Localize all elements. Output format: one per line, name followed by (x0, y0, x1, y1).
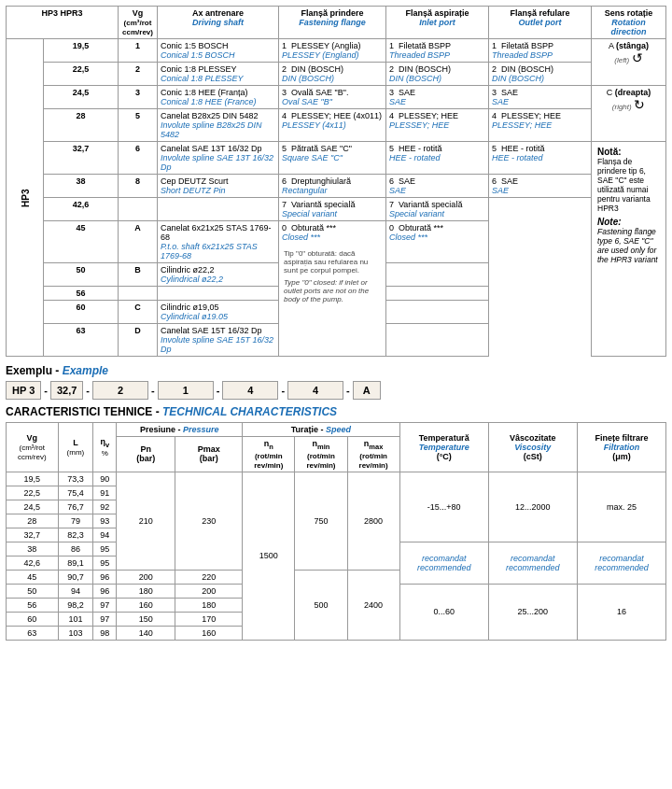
asp-desc-5: 5 HEE - rotităHEE - rotated (386, 142, 489, 175)
c-pn-45: 200 (117, 570, 175, 584)
ax-letter-empty (119, 287, 158, 301)
asp-sub: Inlet port (389, 18, 485, 27)
ax-num-3: 3 (119, 86, 158, 109)
ax-desc-2: Conic 1:8 PLESSEYConical 1:8 PLESSEY (158, 63, 279, 86)
vg-42-6: 42,6 (44, 198, 119, 221)
vg-56: 56 (44, 287, 119, 301)
c-nmax-grp1: 2800 (347, 472, 399, 570)
c-pn-grp1: 210 (117, 472, 175, 570)
ax-label: Ax antrenare (192, 8, 244, 18)
ex-v2: 2 (92, 381, 148, 400)
ax-letter-c: C (119, 301, 158, 324)
c-vg-8: 45 (7, 570, 59, 584)
ax-desc-c: Cilindric ø19,05Cylindrical ø19.05 (158, 301, 279, 324)
c-vg-1: 19,5 (7, 472, 59, 486)
ex-dash-3: - (151, 385, 155, 396)
ref-empty-56 (386, 287, 489, 301)
vg-63: 63 (44, 324, 119, 357)
c-visc-sub2: 25...200 (488, 584, 577, 640)
c-fin-main: max. 25 (577, 472, 665, 542)
char-title-en: TECHNICAL CHARACTERISTICS (162, 405, 337, 418)
c-vg-4: 28 (7, 514, 59, 528)
ref-label: Flanșă refulare (510, 8, 569, 18)
ref-desc-2: 2 DIN (BOSCH)DIN (BOSCH) (489, 63, 592, 86)
char-fin-header: Finețe filtrareFiltration(μm) (577, 423, 665, 472)
sens-header: Sens rotație Rotation direction (592, 7, 666, 39)
ax-header: Ax antrenare Driving shaft (158, 7, 279, 39)
ax-desc-3: Conic 1:8 HEE (Franța)Conical 1:8 HEE (F… (158, 86, 279, 109)
c-vg-9: 50 (7, 584, 59, 598)
c-fin-sub2: 16 (577, 584, 665, 640)
char-title: CARACTERISTICI TEHNICE - TECHNICAL CHARA… (6, 405, 666, 418)
ref-desc-4: 4 PLESSEY; HEEPLESSEY; HEE (489, 109, 592, 142)
char-pn-header: Pn(bar) (117, 437, 175, 472)
char-temp-header: TemperaturăTemperature(°C) (399, 423, 488, 472)
ax-num-6: 6 (119, 142, 158, 175)
c-visc-main: 12...2000 (488, 472, 577, 542)
table-row: 45 A Canelat 6x21x25 STAS 1769-68P.t.o. … (7, 221, 666, 263)
ref-desc-5: 5 HEE - rotităHEE - rotated (489, 142, 592, 175)
fl-desc-1: 1 PLESSEY (Anglia)PLESSEY (England) (279, 39, 386, 63)
ref-desc-7: 7 Variantă specialăSpecial variant (386, 198, 489, 221)
char-vg-header: Vg(cm³/rotccm/rev) (7, 423, 59, 472)
ref-desc-0: 0 Obturată ***Closed *** (386, 221, 489, 263)
c-nn: 1500 (243, 472, 295, 640)
ref-desc-3: 3 SAESAE (489, 86, 592, 109)
ex-v5: 4 (287, 381, 343, 400)
c-eta-5: 94 (93, 528, 117, 542)
char-eta-header: ηv% (93, 423, 117, 472)
char-visc-header: VâscozitateViscosity(cSt) (488, 423, 577, 472)
c-l-5: 82,3 (58, 528, 93, 542)
c-fin-rec: recomandatrecommended (577, 542, 665, 584)
c-pn-50: 180 (117, 584, 175, 598)
fl-desc-5: 5 Pătrată SAE "C"Square SAE "C" (279, 142, 386, 175)
ref-empty-b (386, 263, 489, 287)
ax-sub: Driving shaft (161, 18, 275, 27)
c-eta-2: 91 (93, 486, 117, 500)
char-row-19-5: 19,5 73,3 90 210 230 1500 750 2800 -15..… (7, 472, 666, 486)
ex-v4: 4 (222, 381, 278, 400)
ax-desc-empty (158, 287, 279, 301)
c-eta-11: 97 (93, 612, 117, 626)
asp-desc-4: 4 PLESSEY; HEEPLESSEY; HEE (386, 109, 489, 142)
char-table: Vg(cm³/rotccm/rev) L(mm) ηv% Presiune - … (6, 422, 666, 641)
hp3-label: HP3 (7, 39, 44, 357)
ax-num-8: 8 (119, 175, 158, 198)
hp-label: HP3 HPR3 (41, 8, 82, 18)
c-temp-sub2: 0...60 (399, 584, 488, 640)
fl-desc-2: 2 DIN (BOSCH)DIN (BOSCH) (279, 63, 386, 86)
char-pres-header: Presiune - Pressure (117, 423, 243, 437)
ex-vg: 32,7 (50, 381, 83, 400)
c-pmax-56: 180 (175, 598, 243, 612)
c-l-2: 75,4 (58, 486, 93, 500)
vg-header: Vg (cm³/rot ccm/rev) (119, 7, 158, 39)
c-temp-rec: recomandatrecommended (399, 542, 488, 584)
char-nn-header: nn(rot/minrev/min) (243, 437, 295, 472)
char-speed-header: Turație - Speed (243, 423, 399, 437)
c-pmax-60: 170 (175, 612, 243, 626)
c-eta-8: 96 (93, 570, 117, 584)
fl-desc-4: 4 PLESSEY; HEE (4x011)PLESSEY (4x11) (279, 109, 386, 142)
c-l-12: 103 (58, 626, 93, 640)
c-vg-12: 63 (7, 626, 59, 640)
c-vg-6: 38 (7, 542, 59, 556)
c-pn-60: 150 (117, 612, 175, 626)
fl-desc-6: 6 DreptunghiularăRectangular (279, 175, 386, 198)
ax-desc-a: Canelat 6x21x25 STAS 1769-68P.t.o. shaft… (158, 221, 279, 263)
ex-dash-5: - (281, 385, 285, 396)
ax-desc-6: Canelat SAE 13T 16/32 DpInvolute spline … (158, 142, 279, 175)
asp-desc-3: 3 SAESAE (386, 86, 489, 109)
fl-desc-3: 3 Ovală SAE "B".Oval SAE "B" (279, 86, 386, 109)
c-eta-12: 98 (93, 626, 117, 640)
c-l-3: 76,7 (58, 500, 93, 514)
sens-label: Sens rotație (605, 8, 653, 18)
example-title-en: Example (63, 364, 108, 377)
c-vg-5: 32,7 (7, 528, 59, 542)
vg-24-5: 24,5 (44, 86, 119, 109)
ax-num-2: 2 (119, 63, 158, 86)
vg-19-5: 19,5 (44, 39, 119, 63)
c-l-10: 98,2 (58, 598, 93, 612)
c-vg-7: 42,6 (7, 556, 59, 570)
c-pmax-63: 160 (175, 626, 243, 640)
table-row: 22,5 2 Conic 1:8 PLESSEYConical 1:8 PLES… (7, 63, 666, 86)
